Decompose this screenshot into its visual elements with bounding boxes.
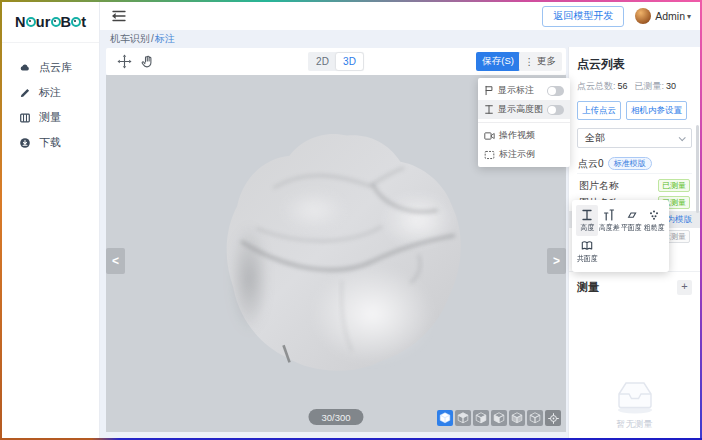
tool-label: 粗糙度 [644, 223, 665, 233]
view-3d-button[interactable]: 3D [336, 53, 363, 70]
height-diff-icon [603, 209, 615, 221]
more-dropdown-menu: 显示标注 显示高度图 操作视频 标注示例 [478, 78, 570, 167]
sidebar-item-measure[interactable]: 测量 [2, 105, 99, 130]
menu-divider [478, 122, 570, 123]
sidebar-item-annotate[interactable]: 标注 [2, 80, 99, 105]
pointcloud-group-name: 点云0 [578, 157, 604, 171]
avatar[interactable] [635, 8, 651, 24]
gear-icon [71, 17, 81, 27]
pointcloud-group-row[interactable]: 点云0 标准模版 [577, 157, 692, 174]
sidebar-nav: 点云库 标注 测量 下载 [2, 43, 99, 155]
height-tool-icon [581, 209, 593, 221]
pencil-icon [19, 87, 31, 99]
logo-text: N [15, 14, 26, 30]
tool-flatness[interactable]: 平面度 [621, 205, 643, 236]
upload-pointcloud-button[interactable]: 上传点云 [577, 101, 621, 120]
tool-label: 平面度 [621, 223, 642, 233]
view-iso-button[interactable] [437, 410, 453, 426]
gear-icon [51, 17, 61, 27]
topbar: 返回模型开发 Admin▾ [100, 2, 700, 30]
show-heightmap-toggle[interactable] [547, 105, 564, 115]
ellipsis-icon: ⋮ [525, 56, 535, 67]
menu-item-show-annotations[interactable]: 显示标注 [478, 81, 570, 100]
cube-icon [492, 411, 506, 425]
stat-total-value: 56 [618, 81, 628, 91]
cube-icon [456, 411, 470, 425]
filter-select[interactable]: 全部 [577, 128, 692, 148]
tooth-3d-model [221, 127, 473, 375]
view-top-button[interactable] [455, 410, 471, 426]
chevron-down-icon [679, 134, 686, 141]
add-measure-button[interactable]: + [677, 280, 692, 295]
view-2d-button[interactable]: 2D [309, 53, 336, 70]
panel-scrollbar[interactable] [696, 125, 699, 213]
sidebar-item-pointcloud-library[interactable]: 点云库 [2, 55, 99, 80]
menu-item-label: 显示高度图 [498, 103, 543, 116]
prev-image-button[interactable]: < [106, 248, 125, 274]
roughness-icon [648, 209, 660, 221]
panel-buttons: 上传点云 相机内参设置 [577, 101, 692, 120]
collapse-menu-icon[interactable] [112, 10, 126, 22]
more-label: 更多 [537, 55, 556, 68]
menu-item-label: 操作视频 [499, 129, 535, 142]
gear-icon [26, 17, 36, 27]
tool-height-diff[interactable]: 高度差 [598, 205, 620, 236]
flatness-icon [626, 209, 638, 221]
next-image-button[interactable]: > [547, 248, 566, 274]
save-button[interactable]: 保存(S) [476, 52, 520, 71]
cube-icon [474, 411, 488, 425]
view-front-button[interactable] [509, 410, 525, 426]
cube-icon [510, 411, 524, 425]
image-name: 图片名称 [579, 179, 619, 193]
tool-label: 高度 [580, 223, 594, 233]
user-menu[interactable]: Admin▾ [655, 10, 691, 22]
download-icon [19, 137, 31, 149]
view-mode-segmented: 2D 3D [308, 52, 364, 71]
sidebar: NurBt 点云库 标注 测量 下载 [2, 2, 100, 438]
view-orientation-bar [437, 410, 561, 426]
chevron-down-icon: ▾ [687, 12, 691, 21]
measure-section-header: 测量 + [569, 271, 700, 295]
tool-height[interactable]: 高度 [576, 205, 598, 236]
view-right-button[interactable] [473, 410, 489, 426]
tool-label: 共面度 [577, 254, 598, 264]
show-annotations-toggle[interactable] [547, 86, 564, 96]
sidebar-item-label: 测量 [39, 110, 61, 125]
tool-roughness[interactable]: 粗糙度 [643, 205, 665, 236]
tool-label: 高度差 [599, 223, 620, 233]
breadcrumb-parent[interactable]: 机车识别 [110, 32, 150, 46]
logo-text: t [81, 14, 86, 30]
measure-title: 测量 [577, 280, 599, 295]
measure-tool-palette: 高度 高度差 平面度 粗糙度 共面度 [572, 200, 669, 272]
tool-coplanarity[interactable]: 共面度 [576, 236, 598, 267]
app-root: NurBt 点云库 标注 测量 下载 [2, 2, 700, 438]
pan-hand-icon[interactable] [141, 54, 155, 69]
more-button[interactable]: ⋮更多 [519, 52, 563, 71]
empty-state: 暂无测量 [569, 377, 700, 431]
cube-icon [528, 411, 542, 425]
locate-icon [547, 412, 560, 425]
menu-item-label: 显示标注 [498, 84, 534, 97]
back-to-model-dev-button[interactable]: 返回模型开发 [542, 6, 624, 27]
cloud-icon [19, 62, 31, 74]
camera-intrinsics-button[interactable]: 相机内参设置 [626, 101, 687, 120]
reset-view-button[interactable] [545, 410, 561, 426]
ruler-icon [19, 112, 31, 124]
filter-select-value: 全部 [585, 131, 605, 145]
pointcloud-stats: 点云总数:56 已测量:30 [577, 80, 692, 93]
view-left-button[interactable] [491, 410, 507, 426]
move-tool-icon[interactable] [117, 54, 132, 69]
stat-measured-value: 30 [666, 81, 676, 91]
menu-item-show-heightmap[interactable]: 显示高度图 [478, 100, 570, 119]
height-map-icon [484, 104, 494, 115]
menu-item-annotation-example[interactable]: 标注示例 [478, 145, 570, 164]
example-frame-icon [484, 150, 495, 160]
breadcrumb-current: 标注 [155, 32, 175, 46]
stat-total: 点云总数:56 [577, 80, 628, 93]
empty-state-text: 暂无测量 [617, 418, 653, 431]
menu-item-tutorial-video[interactable]: 操作视频 [478, 126, 570, 145]
image-list-item[interactable]: 图片名称 已测量 [577, 177, 692, 194]
view-back-button[interactable] [527, 410, 543, 426]
breadcrumb-separator: / [151, 33, 154, 44]
sidebar-item-download[interactable]: 下载 [2, 130, 99, 155]
